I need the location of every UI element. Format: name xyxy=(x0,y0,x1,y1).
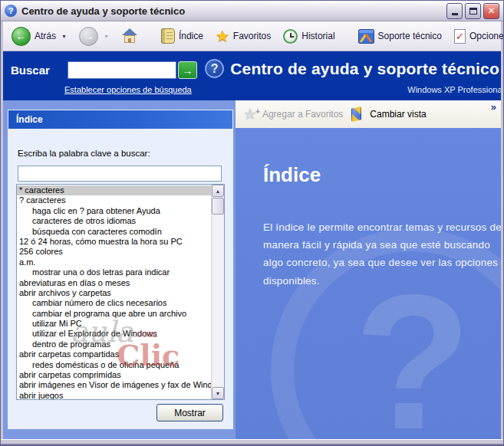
index-list-item[interactable]: 12 ó 24 horas, cómo muestra la hora su P… xyxy=(17,237,211,247)
scrollbar-thumb[interactable] xyxy=(212,198,224,215)
back-dropdown-icon[interactable]: ▼ xyxy=(61,34,67,39)
change-view-icon xyxy=(349,107,364,122)
back-label: Atrás xyxy=(35,31,56,41)
index-label: Índice xyxy=(179,31,203,41)
close-icon: ✕ xyxy=(487,5,495,16)
maximize-icon xyxy=(469,8,477,15)
options-button[interactable]: ✓ Opciones xyxy=(450,28,504,45)
edition-label: Windows XP Professional xyxy=(407,85,501,94)
maximize-button[interactable] xyxy=(465,3,481,19)
add-to-favorites-label: Agregar a Favoritos xyxy=(262,109,343,120)
book-icon xyxy=(161,28,175,44)
clock-icon xyxy=(283,29,298,44)
index-panel-body: Escriba la palabra clave a buscar: * car… xyxy=(8,129,232,428)
index-list-item[interactable]: 256 colores xyxy=(17,247,211,257)
back-button[interactable]: ← Atrás ▼ xyxy=(8,25,71,48)
search-input[interactable] xyxy=(68,61,176,79)
main-area: Índice Escriba la palabra clave a buscar… xyxy=(3,100,501,439)
index-list-item[interactable]: caracteres de otros idiomas xyxy=(17,216,211,226)
index-list-item[interactable]: redes domésticas o de oficina pequeña xyxy=(17,360,211,370)
index-list-item[interactable]: abreviaturas en días o meses xyxy=(17,278,211,288)
minimize-button[interactable] xyxy=(446,3,463,19)
close-button[interactable]: ✕ xyxy=(483,3,499,19)
forward-dropdown-icon: ▼ xyxy=(104,34,109,39)
index-list-item[interactable]: cambiar número de clics necesarios xyxy=(17,298,211,308)
index-list-item[interactable]: utilizar Mi PC xyxy=(17,319,211,329)
index-list-item[interactable]: dentro de programas xyxy=(17,339,211,349)
left-column: Índice Escriba la palabra clave a buscar… xyxy=(3,100,236,439)
index-panel-title: Índice xyxy=(16,114,43,125)
index-list-item[interactable]: abrir carpetas compartidas xyxy=(17,349,211,359)
support-button[interactable]: Soporte técnico xyxy=(354,28,446,45)
index-button[interactable]: Índice xyxy=(157,27,207,45)
index-list-item[interactable]: haga clic en ? para obtener Ayuda xyxy=(17,206,211,216)
index-list-item[interactable]: ? caracteres xyxy=(17,195,211,205)
index-list: * caracteres? caractereshaga clic en ? p… xyxy=(17,185,211,399)
index-list-item[interactable]: búsqueda con caracteres comodín xyxy=(17,227,211,237)
back-arrow-icon: ← xyxy=(12,27,31,46)
content-toolbar: ★+ Agregar a Favoritos Cambiar vista » xyxy=(236,100,501,128)
change-view-label: Cambiar vista xyxy=(370,109,426,120)
options-page-icon: ✓ xyxy=(454,29,466,44)
change-view-button[interactable]: Cambiar vista xyxy=(349,107,426,122)
index-list-item[interactable]: * caracteres xyxy=(17,185,211,195)
add-to-favorites-button[interactable]: ★+ Agregar a Favoritos xyxy=(243,107,343,122)
favorites-button[interactable]: ★ Favoritos xyxy=(212,27,275,45)
navigation-toolbar: ← Atrás ▼ → ▼ Índice ★ Favoritos Histori… xyxy=(3,21,501,51)
home-icon xyxy=(121,28,138,44)
show-button[interactable]: Mostrar xyxy=(156,404,223,421)
index-list-item[interactable]: mostrar una o dos letras para indicar xyxy=(17,267,211,277)
keyword-label: Escriba la palabra clave a buscar: xyxy=(18,149,150,158)
index-panel-header: Índice xyxy=(8,110,232,129)
support-label: Soporte técnico xyxy=(378,31,442,41)
index-panel: Índice Escriba la palabra clave a buscar… xyxy=(8,110,232,428)
history-button[interactable]: Historial xyxy=(279,28,338,45)
index-list-item[interactable]: a.m. xyxy=(17,257,211,267)
keyword-input[interactable] xyxy=(18,166,222,182)
content-description: El índice le permite encontrar temas y r… xyxy=(263,218,501,290)
title-bar: ? Centro de ayuda y soporte técnico ✕ xyxy=(1,1,503,21)
favorites-star-icon: ★+ xyxy=(243,107,257,122)
forward-button[interactable]: → ▼ xyxy=(75,25,113,48)
toolbar-overflow-chevron[interactable]: » xyxy=(491,101,496,113)
index-list-item[interactable]: abrir juegos xyxy=(17,391,211,399)
window-bottom-frame xyxy=(1,439,503,445)
star-icon: ★ xyxy=(216,28,229,44)
index-list-item[interactable]: abrir carpetas comprimidas xyxy=(17,370,211,380)
search-go-button[interactable]: → xyxy=(178,61,197,79)
help-circle-icon: ? xyxy=(205,59,224,78)
search-header: Buscar → Establecer opciones de búsqueda… xyxy=(3,51,501,100)
index-list-item[interactable]: cambiar el programa que abre un archivo xyxy=(17,309,211,319)
home-button[interactable] xyxy=(117,27,142,45)
scroll-up-icon[interactable]: ▲ xyxy=(212,185,224,197)
index-listbox[interactable]: * caracteres? caractereshaga clic en ? p… xyxy=(16,184,225,400)
search-options-link[interactable]: Establecer opciones de búsqueda xyxy=(64,85,192,94)
history-label: Historial xyxy=(301,31,334,41)
window-title: Centro de ayuda y soporte técnico xyxy=(21,5,446,17)
search-label: Buscar xyxy=(11,64,50,77)
content-heading: Índice xyxy=(263,163,321,187)
tools-icon xyxy=(358,29,374,44)
scroll-down-icon[interactable]: ▼ xyxy=(212,387,224,399)
minimize-icon xyxy=(452,13,458,15)
favorites-label: Favoritos xyxy=(233,31,271,41)
help-center-window: ? Centro de ayuda y soporte técnico ✕ ← … xyxy=(0,0,504,446)
index-list-item[interactable]: abrir imágenes en Visor de imágenes y fa… xyxy=(17,380,211,390)
index-list-item[interactable]: utilizar el Explorador de Windows xyxy=(17,329,211,339)
forward-arrow-icon: → xyxy=(79,27,98,46)
content-pane: Índice El índice le permite encontrar te… xyxy=(236,128,501,439)
page-title: Centro de ayuda y soporte técnico xyxy=(230,60,499,78)
list-scrollbar[interactable]: ▲ ▼ xyxy=(211,185,224,399)
right-area: ★+ Agregar a Favoritos Cambiar vista » Í… xyxy=(236,100,501,439)
index-list-item[interactable]: abrir archivos y carpetas xyxy=(17,288,211,298)
window-help-icon: ? xyxy=(5,5,17,17)
options-label: Opciones xyxy=(469,31,504,41)
